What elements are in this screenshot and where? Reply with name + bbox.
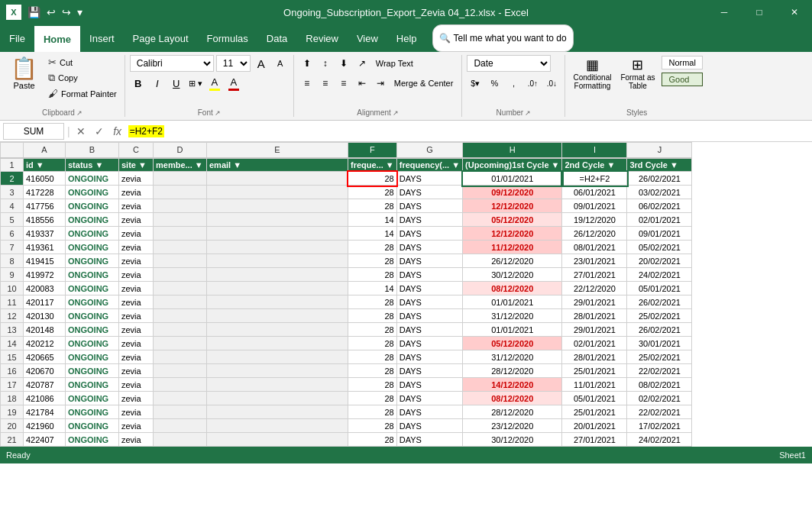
font-color-button[interactable]: A: [225, 75, 242, 92]
menu-data[interactable]: Data: [257, 24, 296, 52]
cell-status[interactable]: ONGOING: [66, 433, 119, 447]
cell-upcoming[interactable]: 08/12/2020: [463, 282, 562, 295]
cell-cycle3[interactable]: 20/02/2021: [627, 254, 692, 268]
accounting-format-button[interactable]: $▾: [467, 75, 484, 92]
cell-cycle3[interactable]: 03/02/2021: [627, 186, 692, 199]
cell-site[interactable]: zevia: [119, 433, 154, 447]
cell-email[interactable]: [207, 241, 348, 254]
cell-upcoming[interactable]: 28/12/2020: [463, 405, 562, 419]
cell-status[interactable]: ONGOING: [66, 350, 119, 364]
close-button[interactable]: ✕: [777, 0, 812, 24]
normal-style-button[interactable]: Normal: [662, 56, 702, 69]
cell-email[interactable]: [207, 323, 348, 337]
cell-upcoming[interactable]: 31/12/2020: [463, 350, 562, 364]
cell-email[interactable]: [207, 405, 348, 419]
cell-status[interactable]: ONGOING: [66, 227, 119, 241]
cell-member[interactable]: [154, 378, 207, 392]
alignment-expand-icon[interactable]: ↗: [393, 109, 399, 117]
cell-id[interactable]: 420117: [24, 295, 66, 309]
cell-cycle2[interactable]: 25/01/2021: [562, 405, 627, 419]
cell-member[interactable]: [154, 241, 207, 254]
header-cycle2[interactable]: 2nd Cycle ▼: [562, 158, 627, 172]
cell-id[interactable]: 420665: [24, 350, 66, 364]
cell-site[interactable]: zevia: [119, 199, 154, 213]
increase-indent-button[interactable]: ⇥: [372, 75, 389, 92]
sheet-scroll[interactable]: A B C D E F G H I J 1 id ▼ status ▼: [0, 142, 812, 447]
cell-cycle2[interactable]: 26/12/2020: [562, 227, 627, 241]
cell-upcoming[interactable]: 30/12/2020: [463, 268, 562, 282]
cell-cycle2[interactable]: 29/01/2021: [562, 323, 627, 337]
align-center-button[interactable]: ≡: [317, 75, 334, 92]
cell-email[interactable]: [207, 227, 348, 241]
good-style-button[interactable]: Good: [662, 73, 702, 86]
cell-upcoming[interactable]: 11/12/2020: [463, 241, 562, 254]
cell-cycle3[interactable]: 24/02/2021: [627, 433, 692, 447]
name-box[interactable]: [3, 123, 64, 140]
cell-freq-unit[interactable]: DAYS: [396, 323, 462, 337]
cell-freq-unit[interactable]: DAYS: [396, 282, 462, 295]
cell-upcoming[interactable]: 23/12/2020: [463, 419, 562, 433]
cell-freq[interactable]: 28: [348, 309, 397, 323]
menu-help[interactable]: Help: [387, 24, 426, 52]
align-right-button[interactable]: ≡: [335, 75, 352, 92]
cell-member[interactable]: [154, 392, 207, 405]
cell-freq-unit[interactable]: DAYS: [396, 199, 462, 213]
cell-cycle3[interactable]: 22/02/2021: [627, 405, 692, 419]
header-id[interactable]: id ▼: [24, 158, 66, 172]
cell-freq[interactable]: 28: [348, 199, 397, 213]
cell-freq[interactable]: 14: [348, 227, 397, 241]
comma-button[interactable]: ,: [505, 75, 522, 92]
cell-id[interactable]: 420212: [24, 337, 66, 350]
cell-cycle3[interactable]: 22/02/2021: [627, 364, 692, 378]
cell-member[interactable]: [154, 199, 207, 213]
cell-cycle2[interactable]: 28/01/2021: [562, 350, 627, 364]
cell-member[interactable]: [154, 309, 207, 323]
cell-site[interactable]: zevia: [119, 323, 154, 337]
underline-button[interactable]: U: [168, 75, 185, 92]
cell-freq[interactable]: 28: [348, 337, 397, 350]
cell-status[interactable]: ONGOING: [66, 172, 119, 186]
cell-cycle3[interactable]: 02/01/2021: [627, 213, 692, 227]
format-as-table-button[interactable]: ⊞ Format asTable: [617, 55, 658, 92]
menu-insert[interactable]: Insert: [80, 24, 124, 52]
cell-upcoming[interactable]: 30/12/2020: [463, 433, 562, 447]
cancel-formula-button[interactable]: ✕: [73, 125, 89, 137]
confirm-formula-button[interactable]: ✓: [92, 125, 107, 137]
copy-button[interactable]: ⧉ Copy: [45, 70, 120, 86]
cell-cycle2[interactable]: 09/01/2021: [562, 199, 627, 213]
font-name-select[interactable]: Calibri: [130, 55, 214, 72]
cell-id[interactable]: 417228: [24, 186, 66, 199]
cell-email[interactable]: [207, 309, 348, 323]
cell-cycle2[interactable]: 23/01/2021: [562, 254, 627, 268]
cell-freq-unit[interactable]: DAYS: [396, 254, 462, 268]
cell-member[interactable]: [154, 337, 207, 350]
save-button[interactable]: 💾: [26, 5, 42, 20]
cell-id[interactable]: 416050: [24, 172, 66, 186]
cell-freq[interactable]: 28: [348, 392, 397, 405]
cell-status[interactable]: ONGOING: [66, 392, 119, 405]
cell-upcoming[interactable]: 14/12/2020: [463, 378, 562, 392]
cell-freq[interactable]: 28: [348, 268, 397, 282]
cell-email[interactable]: [207, 199, 348, 213]
cell-site[interactable]: zevia: [119, 172, 154, 186]
increase-font-button[interactable]: A: [253, 55, 270, 72]
cell-id[interactable]: 420083: [24, 282, 66, 295]
cell-site[interactable]: zevia: [119, 295, 154, 309]
cell-upcoming[interactable]: 12/12/2020: [463, 199, 562, 213]
cell-id[interactable]: 420130: [24, 309, 66, 323]
cell-site[interactable]: zevia: [119, 337, 154, 350]
number-format-select[interactable]: Date: [467, 55, 551, 72]
cell-email[interactable]: [207, 392, 348, 405]
cell-site[interactable]: zevia: [119, 186, 154, 199]
header-email[interactable]: email ▼: [207, 158, 348, 172]
cell-freq[interactable]: 28: [348, 378, 397, 392]
cell-freq-unit[interactable]: DAYS: [396, 364, 462, 378]
cell-status[interactable]: ONGOING: [66, 213, 119, 227]
cell-freq-unit[interactable]: DAYS: [396, 392, 462, 405]
number-expand-icon[interactable]: ↗: [525, 109, 531, 117]
col-header-F[interactable]: F: [348, 143, 397, 158]
tell-me-input[interactable]: 🔍 Tell me what you want to do: [432, 24, 574, 52]
paste-button[interactable]: 📋 Paste: [5, 55, 44, 93]
cell-cycle3[interactable]: 17/02/2021: [627, 419, 692, 433]
cell-email[interactable]: [207, 268, 348, 282]
